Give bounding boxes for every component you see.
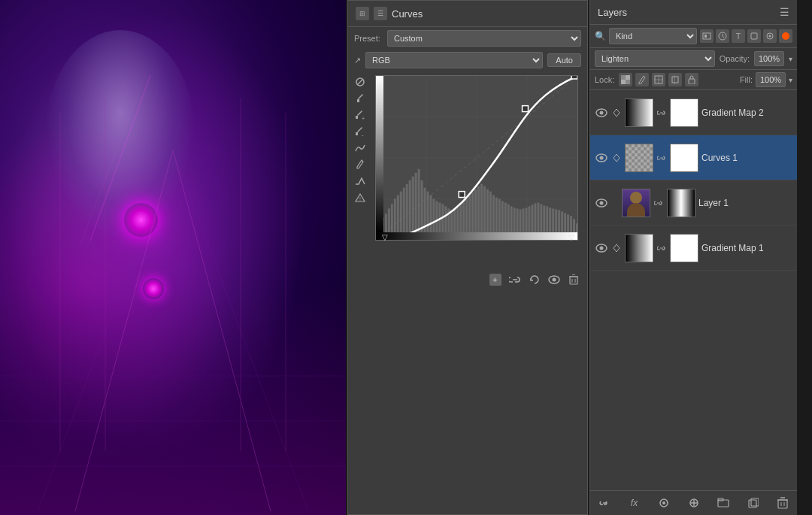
lock-checkerboard-icon[interactable] xyxy=(619,73,632,86)
lock-brush-icon[interactable] xyxy=(635,73,649,86)
search-icon: 🔍 xyxy=(595,31,606,41)
canvas-area xyxy=(0,0,346,515)
svg-line-1 xyxy=(173,150,271,511)
layers-spacer xyxy=(590,271,797,301)
svg-point-135 xyxy=(600,246,604,250)
layers-list: Gradient Map 2 Curves 1 xyxy=(590,90,797,490)
layers-panel: Layers ☰ 🔍 Kind T xyxy=(589,0,797,515)
lock-transform-icon[interactable] xyxy=(652,73,665,86)
svg-rect-126 xyxy=(689,79,695,84)
filter-icons: T xyxy=(700,29,792,43)
lock-label: Lock: xyxy=(595,75,614,84)
footer-fx-icon[interactable]: fx xyxy=(626,495,643,511)
svg-line-11 xyxy=(90,75,150,241)
svg-rect-136 xyxy=(626,235,653,262)
svg-rect-40 xyxy=(409,180,411,240)
visibility-toggle-0[interactable] xyxy=(595,106,608,120)
footer-adjustment-icon[interactable] xyxy=(686,495,702,511)
filter-shape-icon[interactable] xyxy=(747,29,761,43)
footer-link-icon[interactable] xyxy=(596,495,613,511)
point-tool-icon[interactable] xyxy=(353,75,367,89)
filter-pixel-icon[interactable] xyxy=(700,29,714,43)
svg-text:-: - xyxy=(362,132,364,137)
layer-link-0[interactable] xyxy=(656,108,667,118)
add-point-icon[interactable]: + xyxy=(488,272,503,287)
opacity-label: Opacity: xyxy=(720,54,750,63)
link-icon[interactable] xyxy=(508,272,523,287)
kind-select[interactable]: Kind xyxy=(609,28,697,44)
svg-rect-146 xyxy=(778,500,787,508)
layer-item-gradient-map-2[interactable]: Gradient Map 2 xyxy=(590,90,797,135)
left-gradient xyxy=(376,76,383,232)
footer-new-layer-icon[interactable] xyxy=(745,495,762,511)
preset-select[interactable]: Custom Default Strong Contrast xyxy=(387,30,581,47)
eyedropper-icon[interactable] xyxy=(353,92,367,105)
curves-smooth-icon[interactable] xyxy=(353,141,367,155)
layer-link-2[interactable] xyxy=(653,198,664,208)
eyedropper-plus-icon[interactable]: + xyxy=(353,108,367,122)
curves-graph[interactable]: ▽ ▽ xyxy=(375,75,578,241)
panel-icon: ⊞ xyxy=(356,7,369,20)
layer-link-3[interactable] xyxy=(656,243,667,253)
curves-area: + - ! xyxy=(351,72,584,268)
blend-mode-select[interactable]: Lighten Normal Multiply Screen Overlay xyxy=(595,50,715,67)
eyedropper-minus-icon[interactable]: - xyxy=(353,125,367,138)
layers-menu-icon[interactable]: ☰ xyxy=(780,6,789,18)
curves-pencil-icon[interactable] xyxy=(353,158,367,171)
panel-title: Curves xyxy=(392,8,423,20)
fx-icon-3 xyxy=(611,243,622,253)
footer-delete-icon[interactable] xyxy=(774,495,791,511)
svg-point-131 xyxy=(600,156,604,159)
filter-adjust-icon[interactable] xyxy=(716,29,729,43)
svg-rect-105 xyxy=(570,277,577,284)
svg-rect-44 xyxy=(421,180,423,240)
auto-button[interactable]: Auto xyxy=(547,53,581,67)
svg-rect-41 xyxy=(412,177,414,240)
curves-tools: + - ! xyxy=(351,72,369,268)
svg-point-138 xyxy=(662,501,665,504)
curves-corner-icon[interactable] xyxy=(353,174,367,188)
visibility-toggle-3[interactable] xyxy=(595,241,608,255)
svg-rect-18 xyxy=(356,132,358,135)
svg-rect-111 xyxy=(704,35,707,38)
blend-row: Lighten Normal Multiply Screen Overlay O… xyxy=(590,48,797,70)
filter-type-icon[interactable]: T xyxy=(732,29,745,43)
search-row: 🔍 Kind T xyxy=(590,25,797,48)
channel-select[interactable]: RGB Red Green Blue xyxy=(365,52,543,68)
svg-text:+: + xyxy=(362,116,365,120)
layer-item-gradient-map-1[interactable]: Gradient Map 1 xyxy=(590,226,797,271)
layer-thumb-1 xyxy=(625,144,653,172)
svg-rect-98 xyxy=(459,192,465,198)
svg-point-128 xyxy=(600,111,604,114)
undo-icon[interactable] xyxy=(527,272,542,287)
layer-mask-1 xyxy=(670,144,698,172)
lock-artboard-icon[interactable] xyxy=(668,73,682,86)
fx-icon-1 xyxy=(611,153,622,163)
warning-icon: ! xyxy=(353,191,367,204)
svg-rect-129 xyxy=(626,99,653,126)
curves-svg xyxy=(376,76,577,240)
shadow-triangle[interactable]: ▽ xyxy=(382,233,388,241)
svg-point-115 xyxy=(769,35,771,38)
footer-mask-icon[interactable] xyxy=(656,495,672,511)
visibility-toggle-2[interactable] xyxy=(595,196,608,210)
visibility-icon[interactable] xyxy=(547,272,562,287)
svg-rect-119 xyxy=(626,75,630,80)
visibility-toggle-1[interactable] xyxy=(595,151,608,165)
footer-group-icon[interactable] xyxy=(715,495,732,511)
layer-link-1[interactable] xyxy=(656,153,667,163)
layer-item-layer-1[interactable]: Layer 1 xyxy=(590,180,797,226)
fill-input[interactable] xyxy=(756,72,786,87)
filter-smart-icon[interactable] xyxy=(763,29,777,43)
svg-point-133 xyxy=(600,201,604,204)
svg-rect-118 xyxy=(621,80,626,84)
highlight-triangle[interactable]: ▽ xyxy=(568,233,574,241)
layer-name-3: Gradient Map 1 xyxy=(701,243,792,253)
preset-row: Preset: Custom Default Strong Contrast xyxy=(348,27,587,50)
svg-line-12 xyxy=(79,71,147,248)
lock-all-icon[interactable] xyxy=(685,73,698,86)
opacity-input[interactable] xyxy=(754,51,784,66)
delete-icon[interactable] xyxy=(566,272,581,287)
filter-dot[interactable] xyxy=(779,29,792,43)
layer-item-curves-1[interactable]: Curves 1 xyxy=(590,135,797,180)
